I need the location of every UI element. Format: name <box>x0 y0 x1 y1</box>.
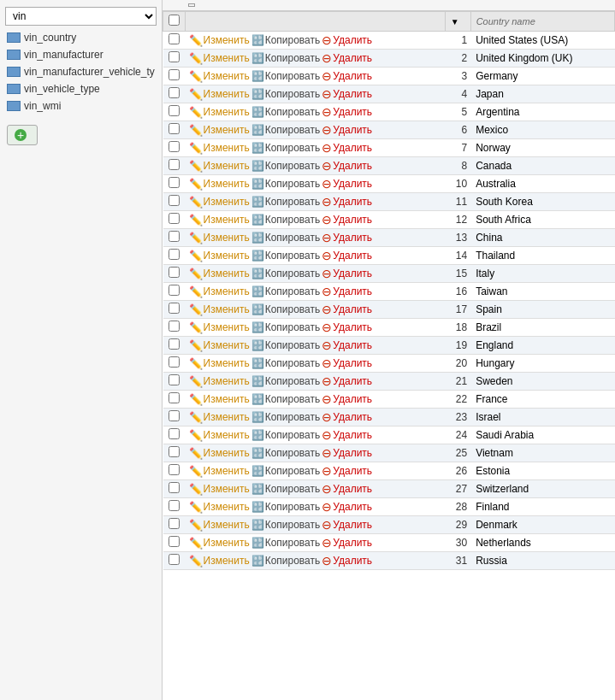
edit-button[interactable]: ✏️ Изменить <box>189 357 250 370</box>
copy-button[interactable]: 🔡 Копировать <box>251 357 321 369</box>
copy-button[interactable]: 🔡 Копировать <box>251 501 321 513</box>
copy-button[interactable]: 🔡 Копировать <box>251 393 321 405</box>
edit-button[interactable]: ✏️ Изменить <box>189 88 250 101</box>
copy-button[interactable]: 🔡 Копировать <box>251 447 321 459</box>
edit-button[interactable]: ✏️ Изменить <box>189 321 250 334</box>
copy-button[interactable]: 🔡 Копировать <box>251 88 321 100</box>
delete-button[interactable]: ⊖ Удалить <box>322 303 372 316</box>
row-checkbox-cell[interactable] <box>163 480 186 498</box>
delete-button[interactable]: ⊖ Удалить <box>322 69 372 83</box>
row-checkbox-cell[interactable] <box>163 50 186 68</box>
row-checkbox-cell[interactable] <box>163 462 186 480</box>
delete-button[interactable]: ⊖ Удалить <box>322 231 372 244</box>
row-checkbox[interactable] <box>169 554 180 565</box>
copy-button[interactable]: 🔡 Копировать <box>251 178 321 190</box>
delete-button[interactable]: ⊖ Удалить <box>322 410 372 424</box>
edit-button[interactable]: ✏️ Изменить <box>189 501 250 514</box>
delete-button[interactable]: ⊖ Удалить <box>322 500 372 514</box>
edit-button[interactable]: ✏️ Изменить <box>189 285 250 298</box>
delete-button[interactable]: ⊖ Удалить <box>322 195 372 209</box>
edit-button[interactable]: ✏️ Изменить <box>189 232 250 244</box>
copy-button[interactable]: 🔡 Копировать <box>251 411 321 423</box>
arrow-right-button[interactable] <box>198 3 205 7</box>
edit-button[interactable]: ✏️ Изменить <box>189 214 250 226</box>
row-checkbox-cell[interactable] <box>163 211 186 229</box>
delete-button[interactable]: ⊖ Удалить <box>322 249 372 262</box>
row-checkbox[interactable] <box>169 69 180 80</box>
row-checkbox[interactable] <box>169 33 180 44</box>
delete-button[interactable]: ⊖ Удалить <box>322 554 372 568</box>
db-select[interactable]: vin <box>5 7 157 26</box>
edit-button[interactable]: ✏️ Изменить <box>189 447 250 460</box>
row-checkbox-cell[interactable] <box>163 355 186 373</box>
row-checkbox-cell[interactable] <box>163 139 186 157</box>
delete-button[interactable]: ⊖ Удалить <box>322 51 372 65</box>
copy-button[interactable]: 🔡 Копировать <box>251 214 321 226</box>
row-checkbox[interactable] <box>169 536 180 547</box>
row-checkbox[interactable] <box>169 267 180 278</box>
row-checkbox-cell[interactable] <box>163 283 186 301</box>
row-checkbox[interactable] <box>169 231 180 242</box>
delete-button[interactable]: ⊖ Удалить <box>322 356 372 370</box>
copy-button[interactable]: 🔡 Копировать <box>251 70 321 82</box>
delete-button[interactable]: ⊖ Удалить <box>322 338 372 352</box>
row-checkbox[interactable] <box>169 392 180 403</box>
row-checkbox[interactable] <box>169 159 180 170</box>
row-checkbox[interactable] <box>169 123 180 134</box>
edit-button[interactable]: ✏️ Изменить <box>189 268 250 280</box>
delete-button[interactable]: ⊖ Удалить <box>322 321 372 334</box>
row-checkbox-cell[interactable] <box>163 32 186 50</box>
row-checkbox[interactable] <box>169 374 180 385</box>
sidebar-item-vin_vehicle_type[interactable]: vin_vehicle_type <box>0 80 162 97</box>
copy-button[interactable]: 🔡 Копировать <box>251 160 321 172</box>
row-checkbox[interactable] <box>169 428 180 439</box>
sidebar-item-vin_wmi[interactable]: vin_wmi <box>0 97 162 115</box>
copy-button[interactable]: 🔡 Копировать <box>251 34 321 46</box>
delete-button[interactable]: ⊖ Удалить <box>322 536 372 550</box>
copy-button[interactable]: 🔡 Копировать <box>251 537 321 549</box>
copy-button[interactable]: 🔡 Копировать <box>251 196 321 208</box>
row-checkbox[interactable] <box>169 249 180 260</box>
copy-button[interactable]: 🔡 Копировать <box>251 124 321 136</box>
row-checkbox[interactable] <box>169 285 180 296</box>
copy-button[interactable]: 🔡 Копировать <box>251 142 321 154</box>
params-button[interactable] <box>168 3 174 7</box>
row-checkbox-cell[interactable] <box>163 175 186 193</box>
copy-button[interactable]: 🔡 Копировать <box>251 375 321 387</box>
copy-button[interactable]: 🔡 Копировать <box>251 519 321 531</box>
edit-button[interactable]: ✏️ Изменить <box>189 483 250 496</box>
delete-button[interactable]: ⊖ Удалить <box>322 482 372 496</box>
row-checkbox[interactable] <box>169 500 180 511</box>
delete-button[interactable]: ⊖ Удалить <box>322 141 372 155</box>
row-checkbox[interactable] <box>169 141 180 152</box>
row-checkbox-cell[interactable] <box>163 337 186 355</box>
row-checkbox-cell[interactable] <box>163 301 186 319</box>
edit-button[interactable]: ✏️ Изменить <box>189 196 250 209</box>
select-all-checkbox[interactable] <box>169 15 180 26</box>
delete-button[interactable]: ⊖ Удалить <box>322 105 372 119</box>
copy-button[interactable]: 🔡 Копировать <box>251 106 321 118</box>
row-checkbox[interactable] <box>169 482 180 493</box>
row-checkbox-cell[interactable] <box>163 409 186 426</box>
delete-button[interactable]: ⊖ Удалить <box>322 267 372 280</box>
row-checkbox[interactable] <box>169 464 180 475</box>
delete-button[interactable]: ⊖ Удалить <box>322 33 372 47</box>
edit-button[interactable]: ✏️ Изменить <box>189 160 250 173</box>
row-checkbox[interactable] <box>169 195 180 206</box>
delete-button[interactable]: ⊖ Удалить <box>322 159 372 173</box>
sidebar-item-vin_manufacturer[interactable]: vin_manufacturer <box>0 46 162 63</box>
row-checkbox-cell[interactable] <box>163 193 186 211</box>
row-checkbox[interactable] <box>169 303 180 314</box>
edit-button[interactable]: ✏️ Изменить <box>189 537 250 550</box>
edit-button[interactable]: ✏️ Изменить <box>189 429 250 442</box>
row-checkbox-cell[interactable] <box>163 391 186 409</box>
col-header-id[interactable]: ▼ <box>445 12 470 32</box>
row-checkbox-cell[interactable] <box>163 85 186 103</box>
row-checkbox[interactable] <box>169 105 180 116</box>
copy-button[interactable]: 🔡 Копировать <box>251 555 321 567</box>
row-checkbox[interactable] <box>169 446 180 457</box>
edit-button[interactable]: ✏️ Изменить <box>189 411 250 424</box>
edit-button[interactable]: ✏️ Изменить <box>189 142 250 155</box>
row-checkbox-cell[interactable] <box>163 157 186 175</box>
edit-button[interactable]: ✏️ Изменить <box>189 124 250 137</box>
